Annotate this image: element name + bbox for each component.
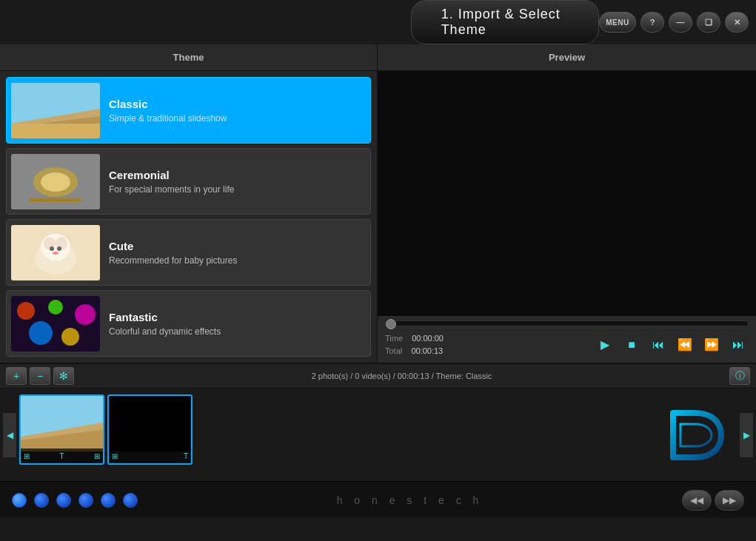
svg-point-18 [48, 300, 63, 315]
timeline-nav-right[interactable]: ▶ [740, 413, 753, 457]
play-button[interactable]: ▶ [595, 335, 615, 355]
svg-point-14 [57, 246, 61, 251]
timeline-item-photo[interactable]: ⊞ T ⊞ [19, 394, 104, 465]
theme-thumbnail-ceremonial [11, 154, 100, 209]
theme-item-cute[interactable]: Cute Recommended for baby pictures [6, 219, 371, 286]
total-value: 00:00:13 [411, 346, 443, 355]
timeline-status: 2 photo(s) / 0 video(s) / 00:00:13 / The… [77, 372, 726, 380]
time-row: Time 00:00:00 [385, 332, 444, 345]
time-info: Time 00:00:00 Total 00:00:13 [385, 332, 444, 357]
timeline-items: ⊞ T ⊞ ⊞ T [16, 394, 645, 475]
timeline-nav-left[interactable]: ◀ [3, 413, 16, 457]
svg-rect-3 [11, 124, 100, 138]
theme-item-classic[interactable]: Classic Simple & traditional slideshow [6, 77, 371, 144]
nav-dot-1[interactable] [12, 493, 27, 508]
nav-dot-6[interactable] [123, 493, 138, 508]
timeline-remove-button[interactable]: − [30, 367, 50, 385]
skip-back-button[interactable]: ⏮ [648, 335, 669, 355]
window-controls: MENU ? — ❑ ✕ [599, 12, 749, 33]
time-value: 00:00:00 [412, 334, 444, 343]
timeline-item-video-footer: ⊞ T [109, 448, 191, 463]
title-pill: 1. Import & Select Theme [411, 0, 599, 44]
preview-panel: Preview Time 00:00:00 Total [378, 44, 756, 363]
help-button[interactable]: ? [640, 12, 664, 33]
theme-list: Classic Simple & traditional slideshow C… [0, 71, 377, 363]
theme-desc-cute: Recommended for baby pictures [109, 255, 237, 266]
timeline-effects-button[interactable]: ✻ [53, 367, 74, 385]
theme-name-cute: Cute [109, 240, 237, 252]
video-icon: ⊞ [112, 452, 118, 460]
nav-dot-5[interactable] [101, 493, 116, 508]
timeline-area: + − ✻ 2 photo(s) / 0 video(s) / 00:00:13… [0, 363, 756, 481]
svg-point-17 [17, 302, 35, 320]
total-label: Total [385, 346, 402, 355]
nav-dot-3[interactable] [56, 493, 71, 508]
theme-item-ceremonial[interactable]: Ceremonial For special moments in your l… [6, 148, 371, 215]
progress-thumb[interactable] [386, 319, 396, 329]
maximize-button[interactable]: ❑ [697, 12, 720, 33]
theme-thumbnail-classic [11, 83, 100, 138]
theme-panel: Theme Classic Simple & tr [0, 44, 378, 363]
bottom-nav: h o n e s t e c h ◀◀ ▶▶ [0, 481, 756, 518]
theme-desc-ceremonial: For special moments in your life [109, 184, 234, 195]
svg-point-15 [53, 252, 58, 255]
timeline-track: ◀ ⊞ T ⊞ [0, 389, 756, 481]
nav-dot-4[interactable] [78, 493, 93, 508]
photo-icon: ⊞ [24, 452, 30, 460]
progress-bar[interactable] [385, 320, 749, 326]
nav-dots [12, 493, 138, 508]
svg-point-6 [41, 172, 70, 192]
playback-buttons: ▶ ■ ⏮ ⏪ ⏩ ⏭ [595, 335, 749, 355]
close-button[interactable]: ✕ [725, 12, 749, 33]
theme-info-classic: Classic Simple & traditional slideshow [109, 98, 227, 124]
photo-text-icon: T [59, 452, 64, 460]
theme-name-fantastic: Fantastic [109, 311, 221, 323]
svg-point-13 [50, 246, 54, 251]
playback-row: Time 00:00:00 Total 00:00:13 ▶ ■ ⏮ ⏪ [378, 329, 756, 363]
timeline-add-button[interactable]: + [6, 367, 27, 385]
theme-name-classic: Classic [109, 98, 227, 110]
timeline-item-photo-thumb [21, 396, 103, 451]
nav-forward-button[interactable]: ▶▶ [715, 490, 744, 511]
theme-item-fantastic[interactable]: Fantastic Colorful and dynamic effects [6, 290, 371, 357]
theme-name-ceremonial: Ceremonial [109, 169, 234, 181]
menu-button[interactable]: MENU [599, 12, 636, 33]
stop-button[interactable]: ■ [621, 335, 642, 355]
preview-screen [378, 71, 756, 315]
nav-back-button[interactable]: ◀◀ [682, 490, 712, 511]
theme-info-cute: Cute Recommended for baby pictures [109, 240, 237, 266]
theme-thumbnail-fantastic [11, 296, 100, 352]
progress-bar-container[interactable] [378, 316, 756, 329]
svg-point-21 [61, 328, 79, 346]
svg-point-19 [75, 304, 96, 325]
nav-arrows: ◀◀ ▶▶ [682, 490, 744, 511]
photo-resize-icon: ⊞ [94, 452, 100, 460]
fast-forward-button[interactable]: ⏩ [701, 335, 722, 355]
brand-logo-area [651, 400, 740, 470]
time-label: Time [385, 334, 403, 343]
minimize-button[interactable]: — [669, 12, 692, 33]
video-text-icon: T [184, 452, 188, 460]
brand-text: h o n e s t e c h [337, 494, 484, 506]
rewind-button[interactable]: ⏪ [675, 335, 695, 355]
theme-thumbnail-cute [11, 225, 100, 280]
nav-dot-2[interactable] [34, 493, 49, 508]
timeline-item-video[interactable]: ⊞ T [107, 394, 193, 465]
timeline-item-photo-footer: ⊞ T ⊞ [21, 448, 103, 463]
theme-panel-header: Theme [0, 44, 377, 71]
thumb-classic-img [11, 83, 100, 138]
timeline-toolbar: + − ✻ 2 photo(s) / 0 video(s) / 00:00:13… [0, 364, 756, 389]
timeline-info-button[interactable]: ⓘ [729, 367, 750, 385]
svg-rect-7 [30, 198, 81, 202]
total-row: Total 00:00:13 [385, 345, 444, 357]
video-thumb-bg [109, 396, 191, 451]
theme-info-ceremonial: Ceremonial For special moments in your l… [109, 169, 234, 195]
title-bar: 1. Import & Select Theme MENU ? — ❑ ✕ [0, 0, 756, 44]
skip-forward-button[interactable]: ⏭ [728, 335, 749, 355]
preview-controls: Time 00:00:00 Total 00:00:13 ▶ ■ ⏮ ⏪ [378, 315, 756, 363]
main-content: Theme Classic Simple & tr [0, 44, 756, 363]
timeline-item-video-thumb [109, 396, 191, 451]
preview-panel-header: Preview [378, 44, 756, 71]
theme-desc-classic: Simple & traditional slideshow [109, 113, 227, 124]
theme-info-fantastic: Fantastic Colorful and dynamic effects [109, 311, 221, 337]
